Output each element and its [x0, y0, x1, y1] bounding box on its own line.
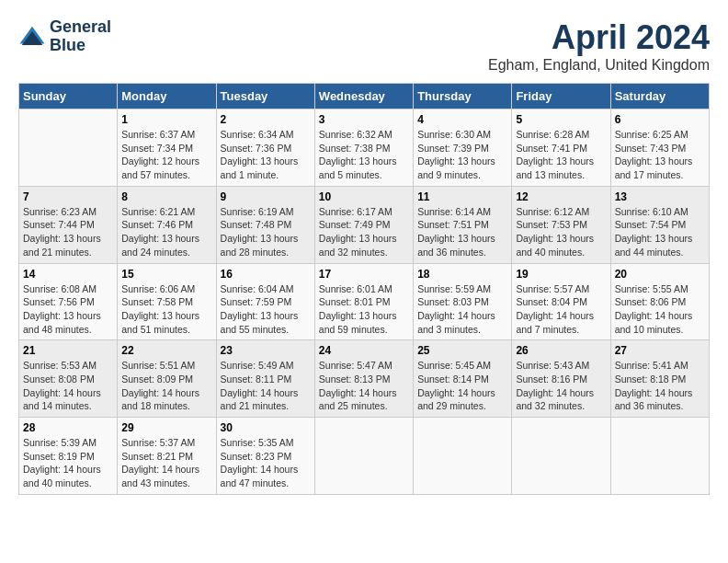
day-number: 20	[615, 268, 705, 281]
day-content: Sunrise: 6:23 AM Sunset: 7:44 PM Dayligh…	[23, 205, 113, 259]
calendar-cell: 23Sunrise: 5:49 AM Sunset: 8:11 PM Dayli…	[216, 340, 314, 418]
calendar-cell: 27Sunrise: 5:41 AM Sunset: 8:18 PM Dayli…	[610, 340, 709, 418]
calendar-cell: 5Sunrise: 6:28 AM Sunset: 7:41 PM Daylig…	[512, 109, 610, 187]
day-number: 28	[23, 421, 113, 434]
calendar-cell: 12Sunrise: 6:12 AM Sunset: 7:53 PM Dayli…	[512, 186, 610, 263]
calendar-cell: 29Sunrise: 5:37 AM Sunset: 8:21 PM Dayli…	[118, 418, 216, 495]
calendar-week-row: 7Sunrise: 6:23 AM Sunset: 7:44 PM Daylig…	[19, 186, 710, 263]
day-content: Sunrise: 6:14 AM Sunset: 7:51 PM Dayligh…	[417, 205, 507, 259]
calendar-table: SundayMondayTuesdayWednesdayThursdayFrid…	[18, 83, 710, 495]
day-number: 1	[121, 113, 211, 126]
calendar-cell: 2Sunrise: 6:34 AM Sunset: 7:36 PM Daylig…	[216, 109, 314, 187]
calendar-cell: 1Sunrise: 6:37 AM Sunset: 7:34 PM Daylig…	[118, 109, 216, 187]
calendar-cell: 30Sunrise: 5:35 AM Sunset: 8:23 PM Dayli…	[216, 418, 314, 495]
day-content: Sunrise: 5:59 AM Sunset: 8:03 PM Dayligh…	[417, 282, 507, 337]
day-number: 11	[417, 190, 507, 203]
calendar-cell	[512, 418, 610, 495]
calendar-cell: 15Sunrise: 6:06 AM Sunset: 7:58 PM Dayli…	[118, 263, 216, 340]
logo: General Blue	[18, 18, 111, 55]
calendar-cell: 24Sunrise: 5:47 AM Sunset: 8:13 PM Dayli…	[314, 340, 413, 418]
day-number: 6	[615, 113, 705, 126]
calendar-cell: 4Sunrise: 6:30 AM Sunset: 7:39 PM Daylig…	[414, 109, 512, 187]
calendar-cell: 25Sunrise: 5:45 AM Sunset: 8:14 PM Dayli…	[414, 340, 512, 418]
day-header-friday: Friday	[512, 84, 610, 109]
day-number: 14	[23, 268, 113, 281]
day-number: 17	[319, 268, 409, 281]
calendar-cell	[19, 109, 118, 187]
location-subtitle: Egham, England, United Kingdom	[488, 57, 710, 74]
day-number: 19	[516, 268, 606, 281]
day-number: 10	[319, 190, 409, 203]
calendar-cell: 18Sunrise: 5:59 AM Sunset: 8:03 PM Dayli…	[414, 263, 512, 340]
day-number: 18	[417, 268, 507, 281]
day-content: Sunrise: 5:39 AM Sunset: 8:19 PM Dayligh…	[23, 436, 113, 490]
day-content: Sunrise: 5:41 AM Sunset: 8:18 PM Dayligh…	[615, 359, 705, 413]
day-number: 13	[615, 190, 705, 203]
day-number: 25	[417, 344, 507, 357]
calendar-cell: 7Sunrise: 6:23 AM Sunset: 7:44 PM Daylig…	[19, 186, 118, 263]
day-content: Sunrise: 6:17 AM Sunset: 7:49 PM Dayligh…	[319, 205, 409, 259]
page-header: General Blue April 2024 Egham, England, …	[18, 18, 710, 74]
day-content: Sunrise: 6:04 AM Sunset: 7:59 PM Dayligh…	[221, 282, 311, 337]
day-content: Sunrise: 6:06 AM Sunset: 7:58 PM Dayligh…	[121, 282, 211, 337]
day-content: Sunrise: 6:28 AM Sunset: 7:41 PM Dayligh…	[516, 128, 606, 182]
month-title: April 2024	[488, 18, 710, 57]
calendar-cell	[314, 418, 413, 495]
calendar-cell: 19Sunrise: 5:57 AM Sunset: 8:04 PM Dayli…	[512, 263, 610, 340]
day-number: 22	[121, 344, 211, 357]
day-content: Sunrise: 6:34 AM Sunset: 7:36 PM Dayligh…	[221, 128, 311, 182]
title-area: April 2024 Egham, England, United Kingdo…	[488, 18, 710, 74]
calendar-week-row: 21Sunrise: 5:53 AM Sunset: 8:08 PM Dayli…	[19, 340, 710, 418]
day-number: 21	[23, 344, 113, 357]
day-number: 5	[516, 113, 606, 126]
day-number: 30	[221, 421, 311, 434]
day-content: Sunrise: 5:55 AM Sunset: 8:06 PM Dayligh…	[615, 282, 705, 337]
day-number: 29	[121, 421, 211, 434]
calendar-cell: 26Sunrise: 5:43 AM Sunset: 8:16 PM Dayli…	[512, 340, 610, 418]
day-number: 8	[121, 190, 211, 203]
calendar-cell: 28Sunrise: 5:39 AM Sunset: 8:19 PM Dayli…	[19, 418, 118, 495]
day-number: 4	[417, 113, 507, 126]
day-header-monday: Monday	[118, 84, 216, 109]
day-content: Sunrise: 6:10 AM Sunset: 7:54 PM Dayligh…	[615, 205, 705, 259]
day-number: 16	[221, 268, 311, 281]
calendar-cell	[414, 418, 512, 495]
calendar-cell: 22Sunrise: 5:51 AM Sunset: 8:09 PM Dayli…	[118, 340, 216, 418]
day-content: Sunrise: 6:01 AM Sunset: 8:01 PM Dayligh…	[319, 282, 409, 337]
day-number: 24	[319, 344, 409, 357]
day-content: Sunrise: 5:53 AM Sunset: 8:08 PM Dayligh…	[23, 359, 113, 413]
calendar-cell: 11Sunrise: 6:14 AM Sunset: 7:51 PM Dayli…	[414, 186, 512, 263]
day-header-saturday: Saturday	[610, 84, 709, 109]
logo-icon	[18, 23, 46, 51]
day-content: Sunrise: 5:51 AM Sunset: 8:09 PM Dayligh…	[121, 359, 211, 413]
day-header-tuesday: Tuesday	[216, 84, 314, 109]
day-content: Sunrise: 5:47 AM Sunset: 8:13 PM Dayligh…	[319, 359, 409, 413]
calendar-week-row: 14Sunrise: 6:08 AM Sunset: 7:56 PM Dayli…	[19, 263, 710, 340]
day-number: 2	[221, 113, 311, 126]
day-number: 7	[23, 190, 113, 203]
day-content: Sunrise: 6:08 AM Sunset: 7:56 PM Dayligh…	[23, 282, 113, 337]
calendar-cell: 14Sunrise: 6:08 AM Sunset: 7:56 PM Dayli…	[19, 263, 118, 340]
day-number: 9	[221, 190, 311, 203]
day-number: 23	[221, 344, 311, 357]
calendar-cell: 3Sunrise: 6:32 AM Sunset: 7:38 PM Daylig…	[314, 109, 413, 187]
day-number: 3	[319, 113, 409, 126]
day-number: 26	[516, 344, 606, 357]
day-content: Sunrise: 5:37 AM Sunset: 8:21 PM Dayligh…	[121, 436, 211, 490]
day-header-sunday: Sunday	[19, 84, 118, 109]
day-number: 12	[516, 190, 606, 203]
day-content: Sunrise: 6:32 AM Sunset: 7:38 PM Dayligh…	[319, 128, 409, 182]
calendar-cell	[610, 418, 709, 495]
calendar-cell: 21Sunrise: 5:53 AM Sunset: 8:08 PM Dayli…	[19, 340, 118, 418]
calendar-cell: 10Sunrise: 6:17 AM Sunset: 7:49 PM Dayli…	[314, 186, 413, 263]
day-content: Sunrise: 5:49 AM Sunset: 8:11 PM Dayligh…	[221, 359, 311, 413]
day-content: Sunrise: 5:45 AM Sunset: 8:14 PM Dayligh…	[417, 359, 507, 413]
calendar-cell: 17Sunrise: 6:01 AM Sunset: 8:01 PM Dayli…	[314, 263, 413, 340]
day-content: Sunrise: 5:57 AM Sunset: 8:04 PM Dayligh…	[516, 282, 606, 337]
day-content: Sunrise: 6:25 AM Sunset: 7:43 PM Dayligh…	[615, 128, 705, 182]
calendar-cell: 16Sunrise: 6:04 AM Sunset: 7:59 PM Dayli…	[216, 263, 314, 340]
day-content: Sunrise: 5:35 AM Sunset: 8:23 PM Dayligh…	[221, 436, 311, 490]
day-content: Sunrise: 6:30 AM Sunset: 7:39 PM Dayligh…	[417, 128, 507, 182]
day-content: Sunrise: 5:43 AM Sunset: 8:16 PM Dayligh…	[516, 359, 606, 413]
day-content: Sunrise: 6:19 AM Sunset: 7:48 PM Dayligh…	[221, 205, 311, 259]
